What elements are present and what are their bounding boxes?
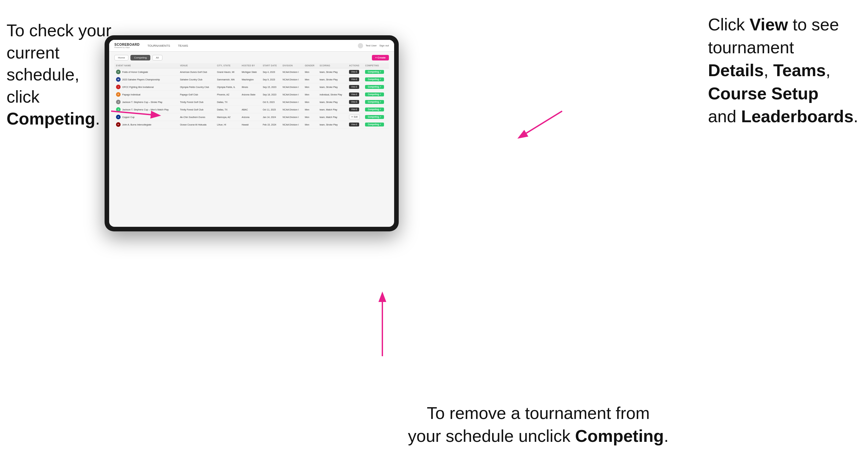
cell-hosted-by: Arizona: [240, 114, 261, 121]
cell-gender: Men: [303, 76, 318, 83]
cell-division: NCAA Division I: [281, 98, 303, 106]
svg-line-4: [520, 111, 562, 137]
ann-comma2: ,: [826, 61, 830, 80]
cell-event-name: H John A. Burns Intercollegiate: [114, 121, 179, 128]
create-button[interactable]: + Create: [372, 55, 389, 60]
cell-start-date: Sep 9, 2023: [261, 76, 281, 83]
nav-teams[interactable]: TEAMS: [177, 44, 190, 48]
cell-competing: Competing ✓: [364, 114, 389, 121]
cell-competing: Competing ✓: [364, 106, 389, 114]
tablet-device: SCOREBOARD Powered by clippi TOURNAMENTS…: [104, 35, 399, 231]
cell-division: NCAA Division I: [281, 114, 303, 121]
view-button[interactable]: View ℹ: [349, 70, 359, 74]
user-name: Test User: [366, 44, 377, 47]
cell-actions: View ℹ: [347, 76, 364, 83]
col-competing: COMPETING: [364, 63, 389, 68]
tab-competing[interactable]: Competing: [130, 55, 150, 60]
cell-hosted-by: ABAC: [240, 106, 261, 114]
tablet-screen: SCOREBOARD Powered by clippi TOURNAMENTS…: [109, 40, 394, 227]
cell-division: NCAA Division I: [281, 91, 303, 98]
competing-button[interactable]: Competing ✓: [365, 92, 384, 96]
cell-event-name: A Copper Cup: [114, 114, 179, 121]
cell-hosted-by: Arizona State: [240, 91, 261, 98]
user-avatar: [358, 43, 363, 49]
table-row: A Copper Cup Ak-Chin Southern Dunes Mari…: [114, 114, 389, 121]
cell-actions: View ℹ: [347, 68, 364, 76]
competing-button[interactable]: Competing ✓: [365, 85, 384, 89]
event-name-text: OFCC Fighting Illini Invitational: [122, 86, 154, 88]
col-city-state: CITY, STATE: [215, 63, 240, 68]
cell-venue: Olympia Fields Country Club: [179, 83, 215, 91]
event-name-text: Papago Individual: [122, 93, 141, 96]
cell-event-name: J Jackson T. Stephens Cup – Men's Match …: [114, 106, 179, 114]
table-row: J Jackson T. Stephens Cup – Men's Match …: [114, 106, 389, 114]
annotation-line3: click: [6, 87, 39, 106]
event-logo: I: [116, 85, 121, 89]
cell-gender: Men: [303, 114, 318, 121]
cell-start-date: Oct 9, 2023: [261, 98, 281, 106]
cell-hosted-by: Illinois: [240, 83, 261, 91]
competing-button[interactable]: Competing ✓: [365, 100, 384, 104]
cell-scoring: team, Stroke Play: [318, 98, 347, 106]
ann-leaderboards-bold: Leaderboards: [741, 107, 854, 126]
view-button[interactable]: View ℹ: [349, 77, 359, 82]
table-body: F Folds of Honor Collegiate American Dun…: [114, 68, 389, 128]
cell-event-name: J Jackson T. Stephens Cup – Stroke Play: [114, 98, 179, 106]
cell-gender: Men: [303, 98, 318, 106]
event-name-text: Copper Cup: [122, 116, 135, 118]
sign-out-link[interactable]: Sign out: [379, 44, 389, 47]
cell-venue: Trinity Forest Golf Club: [179, 98, 215, 106]
edit-button[interactable]: ✏ Edit: [349, 115, 360, 119]
event-name-text: Jackson T. Stephens Cup – Men's Match Pl…: [122, 108, 168, 111]
cell-city-state: Dallas, TX: [215, 98, 240, 106]
competing-button[interactable]: Competing ✓: [365, 115, 384, 119]
cell-competing: Competing ✓: [364, 91, 389, 98]
ann-coursesetup-bold: Course Setup: [708, 84, 818, 103]
table-row: P Papago Individual Papago Golf Club Pho…: [114, 91, 389, 98]
cell-scoring: team, Stroke Play: [318, 68, 347, 76]
event-name-text: 2023 Sahalee Players Championship: [122, 79, 160, 81]
ann-comma1: ,: [764, 61, 773, 80]
cell-event-name: P Papago Individual: [114, 91, 179, 98]
event-logo: A: [116, 115, 121, 119]
cell-hosted-by: Washington: [240, 76, 261, 83]
nav-tournaments[interactable]: TOURNAMENTS: [146, 44, 171, 48]
cell-gender: Men: [303, 106, 318, 114]
ann-tournament: tournament: [708, 38, 794, 57]
cell-gender: Men: [303, 68, 318, 76]
view-button[interactable]: View ℹ: [349, 92, 359, 96]
competing-button[interactable]: Competing ✓: [365, 107, 384, 112]
event-logo: P: [116, 92, 121, 97]
cell-competing: Competing ✓: [364, 76, 389, 83]
competing-button[interactable]: Competing ✓: [365, 70, 384, 74]
tab-home[interactable]: Home: [114, 55, 128, 60]
cell-city-state: Lihue, HI: [215, 121, 240, 128]
competing-button[interactable]: Competing ✓: [365, 123, 384, 126]
cell-hosted-by: Michigan State: [240, 68, 261, 76]
cell-start-date: Oct 11, 2023: [261, 106, 281, 114]
cell-city-state: Dallas, TX: [215, 106, 240, 114]
ann-bottom-line1: To remove a tournament from: [427, 404, 650, 423]
competing-button[interactable]: Competing ✓: [365, 77, 384, 82]
cell-start-date: Feb 15, 2024: [261, 121, 281, 128]
col-division: DIVISION: [281, 63, 303, 68]
cell-competing: Competing ✓: [364, 121, 389, 128]
cell-actions: View ℹ: [347, 98, 364, 106]
cell-actions: View ℹ: [347, 121, 364, 128]
cell-competing: Competing ✓: [364, 83, 389, 91]
cell-event-name: F Folds of Honor Collegiate: [114, 68, 179, 76]
table-row: J Jackson T. Stephens Cup – Stroke Play …: [114, 98, 389, 106]
cell-actions: View ℹ: [347, 91, 364, 98]
cell-venue: Ocean Course At Hokuala: [179, 121, 215, 128]
cell-venue: American Dunes Golf Club: [179, 68, 215, 76]
view-button[interactable]: View ℹ: [349, 123, 359, 126]
view-button[interactable]: View ℹ: [349, 107, 359, 112]
tab-all[interactable]: All: [152, 55, 162, 60]
nav-bar: SCOREBOARD Powered by clippi TOURNAMENTS…: [109, 40, 394, 52]
view-button[interactable]: View ℹ: [349, 85, 359, 89]
view-button[interactable]: View ℹ: [349, 100, 359, 104]
nav-right: Test User Sign out: [358, 43, 389, 49]
table-row: I OFCC Fighting Illini Invitational Olym…: [114, 83, 389, 91]
cell-division: NCAA Division I: [281, 68, 303, 76]
table-row: H John A. Burns Intercollegiate Ocean Co…: [114, 121, 389, 128]
